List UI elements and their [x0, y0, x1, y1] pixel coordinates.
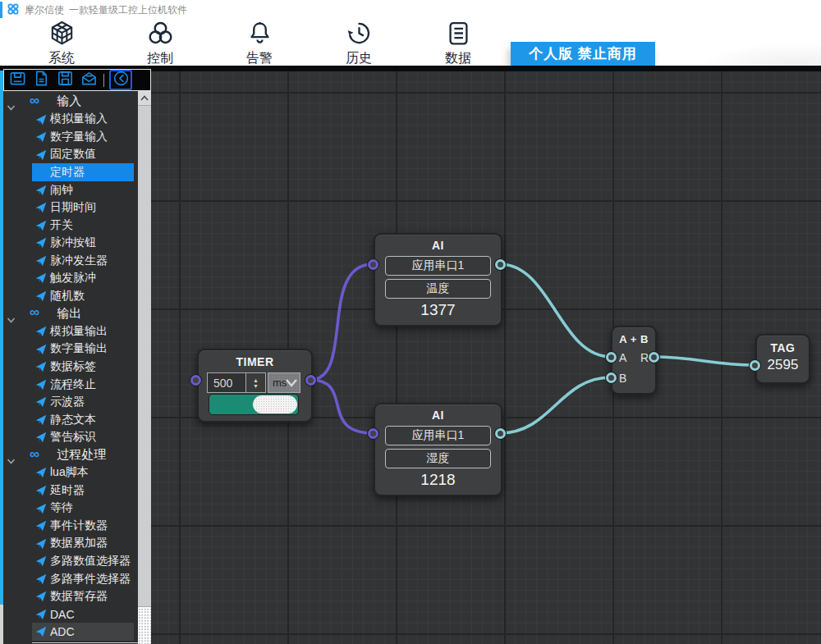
toggle-knob[interactable]	[253, 395, 297, 413]
hover-underline	[32, 642, 138, 643]
serial-port-button[interactable]: 应用串口1	[385, 426, 491, 445]
component-tree-panel: ∞输入模拟量输入数字量输入固定数值定时器闹钟日期时间开关脉冲按钮脉冲发生器触发脉…	[3, 91, 138, 644]
sidebar-item-固定数值[interactable]: 固定数值	[3, 146, 138, 164]
node-ai-humidity[interactable]: AI 应用串口1 湿度 1218	[374, 403, 502, 496]
timer-interval-input[interactable]: 500	[207, 372, 245, 393]
item-label: 开关	[50, 218, 73, 233]
timer-spinner-arrows[interactable]: ▲▼	[245, 372, 266, 393]
serial-port-button[interactable]: 应用串口1	[385, 256, 491, 276]
item-label: 脉冲发生器	[50, 253, 108, 268]
port-ai-bottom-in[interactable]	[368, 428, 378, 439]
port-adder-b[interactable]	[606, 372, 617, 383]
wire-ai-bottom-to-adder-b	[500, 377, 611, 433]
sidebar-item-数据累加器[interactable]: 数据累加器	[3, 535, 138, 553]
item-label: 数字量输出	[50, 341, 108, 356]
sidebar-item-日期时间[interactable]: 日期时间	[3, 199, 138, 217]
node-ai-temperature[interactable]: AI 应用串口1 温度 1377	[374, 233, 502, 327]
sidebar-item-静态文本[interactable]: 静态文本	[3, 411, 138, 429]
timer-toggle-switch[interactable]	[209, 394, 299, 415]
sidebar-item-ADC[interactable]: ADC	[3, 623, 138, 641]
open-button[interactable]	[7, 71, 28, 89]
sidebar-item-数据标签[interactable]: 数据标签	[3, 358, 138, 376]
wire-timer-to-ai-bottom	[310, 380, 373, 433]
port-timer-out[interactable]	[305, 375, 316, 386]
channel-button[interactable]: 温度	[385, 279, 491, 299]
mail-icon	[80, 70, 98, 90]
port-ai-top-in[interactable]	[368, 259, 378, 270]
sidebar-item-流程终止[interactable]: 流程终止	[3, 376, 138, 394]
port-tag-in[interactable]	[750, 360, 760, 371]
sidebar-item-多路事件选择器[interactable]: 多路事件选择器	[3, 570, 138, 588]
plane-icon	[35, 396, 47, 410]
sidebar-item-lua脚本[interactable]: lua脚本	[3, 464, 138, 482]
sidebar-item-延时器[interactable]: 延时器	[3, 482, 138, 500]
scrollbar-thumb[interactable]	[138, 105, 151, 607]
chevron-down-icon[interactable]	[7, 100, 16, 114]
sidebar-item-脉冲发生器[interactable]: 脉冲发生器	[3, 252, 138, 270]
export-button[interactable]	[78, 71, 99, 89]
flow-canvas[interactable]: TIMER 500 ▲▼ ms AI 应用串口1 温度 1377 AI 应用串口…	[151, 71, 821, 644]
node-title: AI	[375, 409, 501, 422]
sidebar-item-闹钟[interactable]: 闹钟	[3, 181, 138, 199]
sidebar-item-定时器[interactable]: 定时器	[3, 163, 138, 181]
sidebar-item-模拟量输入[interactable]: 模拟量输入	[3, 111, 138, 129]
tab-label: 告警	[246, 50, 273, 67]
row-highlight	[32, 181, 134, 199]
sidebar-item-触发脉冲[interactable]: 触发脉冲	[3, 269, 138, 287]
sidebar-item-事件计数器[interactable]: 事件计数器	[3, 517, 138, 535]
port-timer-in[interactable]	[190, 375, 201, 386]
new-button[interactable]	[30, 71, 52, 89]
output-r-label: R	[640, 351, 649, 364]
sidebar-group-输入[interactable]: ∞输入	[3, 93, 138, 111]
window-edge-accent	[0, 2, 2, 18]
ribbon-tab-数据[interactable]: 数据	[424, 20, 493, 66]
port-adder-a[interactable]	[606, 352, 617, 363]
port-adder-r[interactable]	[649, 352, 659, 363]
port-ai-bottom-out[interactable]	[495, 428, 506, 439]
chevron-down-icon[interactable]	[7, 313, 16, 327]
item-label: 延时器	[50, 483, 85, 498]
spin-down-icon[interactable]: ▼	[253, 383, 259, 389]
sidebar-item-脉冲按钮[interactable]: 脉冲按钮	[3, 234, 138, 252]
item-label: 数据累加器	[50, 536, 108, 550]
sidebar-item-开关[interactable]: 开关	[3, 217, 138, 235]
plane-icon	[35, 131, 47, 145]
sidebar-item-等待[interactable]: 等待	[3, 500, 138, 518]
sidebar-item-DAC[interactable]: DAC	[3, 605, 138, 623]
timer-unit-dropdown[interactable]: ms	[268, 372, 300, 393]
sidebar-item-模拟量输出[interactable]: 模拟量输出	[3, 322, 138, 340]
item-label: 数据暂存器	[50, 589, 108, 604]
wire-timer-to-ai-top	[310, 264, 373, 380]
plane-icon	[35, 609, 47, 623]
sidebar-item-随机数[interactable]: 随机数	[3, 287, 138, 305]
item-label: lua脚本	[50, 465, 89, 480]
item-label: DAC	[50, 608, 75, 621]
port-ai-top-out[interactable]	[495, 259, 506, 270]
chevron-down-icon[interactable]	[7, 454, 16, 468]
wire-ai-top-to-adder-a	[500, 264, 611, 357]
channel-button[interactable]: 湿度	[385, 449, 491, 468]
collapse-button[interactable]	[109, 70, 132, 90]
scroll-up-button[interactable]	[138, 91, 151, 105]
ribbon-tab-告警[interactable]: 告警	[225, 20, 294, 66]
node-timer[interactable]: TIMER 500 ▲▼ ms	[197, 349, 313, 422]
node-tag[interactable]: TAG 2595	[755, 334, 810, 384]
sidebar-item-数字量输出[interactable]: 数字量输出	[3, 340, 138, 359]
node-value: 1377	[375, 301, 501, 319]
spin-up-icon[interactable]: ▲	[253, 377, 259, 383]
tree-scrollbar[interactable]	[138, 91, 151, 644]
node-title: TAG	[757, 341, 809, 354]
ribbon-tab-控制[interactable]: 控制	[126, 20, 195, 66]
save-button[interactable]	[54, 71, 76, 89]
sidebar-item-数字量输入[interactable]: 数字量输入	[3, 128, 138, 146]
ribbon-tab-历史[interactable]: 历史	[324, 20, 393, 66]
sidebar-item-多路数值选择器[interactable]: 多路数值选择器	[3, 552, 138, 570]
input-b-label: B	[619, 372, 626, 385]
sidebar-group-过程处理[interactable]: ∞过程处理	[3, 446, 138, 464]
sidebar-item-警告标识[interactable]: 警告标识	[3, 428, 138, 446]
sidebar-item-数据暂存器[interactable]: 数据暂存器	[3, 587, 138, 605]
sidebar-item-示波器[interactable]: 示波器	[3, 393, 138, 411]
sidebar-group-输出[interactable]: ∞输出	[3, 305, 138, 323]
plane-icon	[35, 255, 47, 269]
ribbon-tab-系统[interactable]: 系统	[27, 20, 96, 66]
